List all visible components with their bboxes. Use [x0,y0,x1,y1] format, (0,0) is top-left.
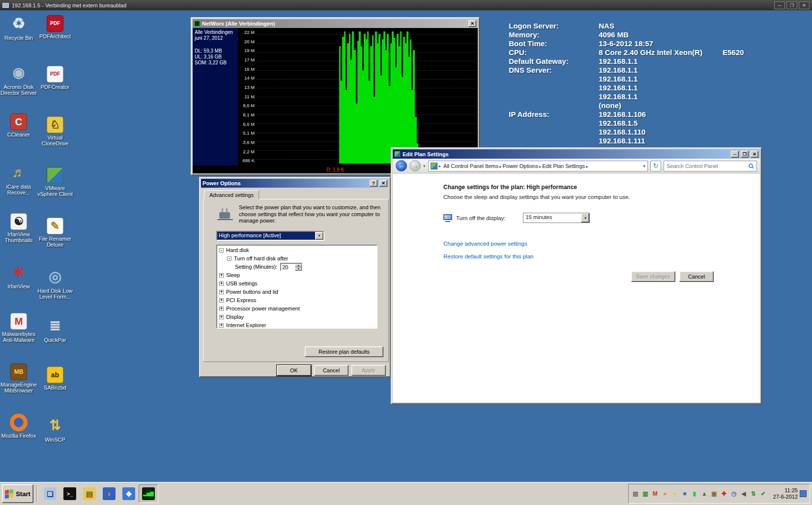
breadcrumb-item[interactable]: Power Options [501,163,539,169]
expand-icon[interactable]: + [219,323,224,328]
tree-item[interactable]: +Internet Explorer [217,321,377,329]
tree-item[interactable]: +Display [217,313,377,321]
breadcrumb[interactable]: ▸ All Control Panel Items▸Power Options▸… [428,161,648,171]
desktop-icon-virtual-clonedrive[interactable]: ♘Virtual CloneDrive [37,116,73,166]
quicklaunch-windows-explorer[interactable]: ▤ [80,484,99,503]
spinner-down-icon[interactable]: ▼ [295,267,302,271]
tray-networx-tray-icon[interactable]: ⇅ [750,490,757,498]
desktop-icon-recycle-bin[interactable]: ♻Recycle Bin [0,14,37,63]
cancel-button[interactable]: Cancel [679,271,714,282]
tree-item[interactable]: +Processor power management [217,305,377,313]
tree-item[interactable]: +USB settings [217,280,377,288]
tab-advanced-settings[interactable]: Advanced settings [204,190,259,199]
tree-item[interactable]: -Turn off hard disk after [217,254,377,263]
ok-button[interactable]: OK [277,365,311,376]
desktop-icon-firefox[interactable]: Mozilla Firefox [0,414,37,463]
breadcrumb-item[interactable]: All Control Panel Items [442,163,499,169]
chevron-down-icon[interactable]: ▾ [643,164,645,168]
tray-antivirus-icon[interactable]: ✚ [720,490,728,498]
spinner-arrows[interactable]: ▲▼ [295,264,302,270]
desktop-icon-vmware-vsphere[interactable]: VMware vSphere Client [37,167,73,216]
refresh-icon[interactable]: ↻ [650,161,661,171]
tray-vsphere-icon[interactable]: ■ [681,490,689,498]
desktop-icon-acronis-disk-director[interactable]: ◉Acronis Disk Director Server [0,63,37,112]
quicklaunch-networx[interactable]: ▂▅▇ [139,484,158,503]
desktop-icon-icare-data-recovery[interactable]: ♬iCare data Recove... [0,163,37,212]
desktop-icon-file-renamer[interactable]: ✎File Renamer Deluxe [37,218,73,267]
spinner-up-icon[interactable]: ▲ [295,264,302,267]
tree-item[interactable]: +PCI Express [217,296,377,305]
tray-sabnzbd-icon[interactable]: ● [671,490,679,498]
tree-item[interactable]: Setting (Minutes):20▲▼ [217,263,377,271]
desktop-icon-winscp[interactable]: ⇅WinSCP [37,416,73,465]
edit-plan-titlebar[interactable]: Edit Plan Settings ─ ❐ ✕ [393,149,760,159]
restore-icon[interactable]: ❐ [786,1,797,9]
save-changes-button[interactable]: Save changes [631,271,675,282]
quicklaunch-remote-desktop[interactable]: ❏ [40,484,60,503]
search-input[interactable] [667,163,749,169]
tray-volume-icon[interactable]: ◀ [740,490,748,498]
close-icon[interactable]: ✕ [468,20,476,27]
tray-printer-icon[interactable]: ▤ [632,490,639,498]
cancel-button[interactable]: Cancel [314,365,348,376]
tree-item[interactable]: -Hard disk [217,246,377,254]
tray-card-icon[interactable]: ▥ [641,490,649,498]
start-button[interactable]: Start [2,484,33,503]
expand-icon[interactable]: + [219,315,224,319]
desktop-icon-ccleaner[interactable]: CCCleaner [0,113,37,163]
expand-icon[interactable]: + [219,298,224,303]
history-dropdown-icon[interactable]: ▾ [423,164,426,168]
forward-icon[interactable]: → [409,160,421,171]
desktop-icon-sabnzbd[interactable]: abSABnzbd [37,366,73,416]
advanced-power-settings-link[interactable]: Change advanced power settings [443,241,527,247]
restore-plan-defaults-button[interactable]: Restore plan defaults [305,346,383,357]
expand-icon[interactable]: + [219,307,224,311]
expand-icon[interactable]: + [219,273,224,278]
tree-item[interactable]: +Power buttons and lid [217,288,377,296]
tray-clipboard-icon[interactable]: ▣ [710,490,718,498]
restore-defaults-link[interactable]: Restore default settings for this plan [443,253,533,259]
minimize-icon[interactable]: ─ [731,151,739,158]
tray-network-activity-icon[interactable]: ▮ [691,490,698,498]
tree-item[interactable]: +Sleep [217,271,377,280]
minutes-spinner[interactable]: 20▲▼ [280,263,303,271]
collapse-icon[interactable]: - [227,256,232,261]
chevron-down-icon[interactable]: ▼ [315,232,323,240]
desktop-icon-pdf-creator[interactable]: PDFPDFCreator [37,66,73,115]
tray-safely-remove-icon[interactable]: ✔ [759,490,767,498]
expand-icon[interactable]: + [219,281,224,286]
apply-button[interactable]: Apply [351,365,386,376]
back-icon[interactable]: ← [396,160,407,171]
quicklaunch-rdp-blue[interactable]: ❖ [119,484,139,503]
tray-indicator-icon[interactable] [800,490,807,497]
tray-update-icon[interactable]: ● [661,490,669,498]
expand-icon[interactable]: + [219,290,224,294]
close-icon[interactable]: ✕ [379,180,387,187]
power-plan-select[interactable]: High performance [Active] ▼ [216,231,324,241]
maximize-icon[interactable]: ❐ [741,151,749,158]
close-icon[interactable]: ✕ [799,1,810,9]
desktop-icon-manageengine-mibbrowser[interactable]: MBManageEngine MibBrowser [0,364,37,413]
display-timeout-select[interactable]: 15 minutes ▼ [523,213,590,223]
chevron-down-icon[interactable]: ▼ [581,213,589,223]
networx-titlebar[interactable]: NetWorx (Alle Verbindingen) ✕ [193,19,478,28]
breadcrumb-item[interactable]: Edit Plan Settings [541,163,586,169]
quicklaunch-firefox[interactable]: ◗ [99,484,119,503]
tray-malwarebytes-icon[interactable]: M [651,490,659,498]
quicklaunch-putty-terminal[interactable]: >_ [60,484,80,503]
desktop-icon-pdf-architect[interactable]: PDFPDFArchitect [37,15,73,64]
desktop-icon-quickpar[interactable]: ≣QuickPar [37,316,73,365]
tray-power-meter-icon[interactable]: ▲ [700,490,708,498]
desktop-icon-irfanview[interactable]: ✶IrfanView [0,262,37,311]
desktop-icon-malwarebytes[interactable]: MMalwarebytes Anti-Malware [0,313,37,362]
taskbar-clock[interactable]: 11:25 27-6-2012 [769,487,798,500]
desktop-icon-irfanview-thumbnails[interactable]: ☯IrfanView Thumbnails [0,213,37,262]
tray-clock-sync-icon[interactable]: ◷ [730,490,738,498]
collapse-icon[interactable]: - [219,248,224,252]
search-box[interactable] [664,161,757,171]
desktop-icon-hdd-low-level-format[interactable]: ◎Hard Disk Low Level Form... [37,267,73,316]
minimize-icon[interactable]: ─ [774,1,785,9]
help-icon[interactable]: ? [370,180,377,187]
close-icon[interactable]: ✕ [751,151,758,158]
power-options-titlebar[interactable]: Power Options ? ✕ [201,179,389,188]
